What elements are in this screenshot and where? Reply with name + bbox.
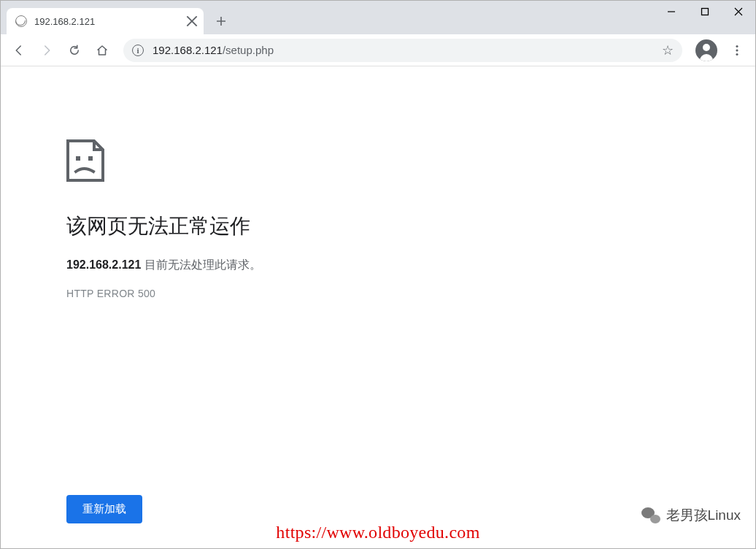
back-button[interactable] — [7, 38, 31, 63]
watermark-brand: 老男孩Linux — [641, 506, 741, 525]
kebab-menu-button[interactable] — [725, 38, 749, 63]
sad-page-icon — [66, 139, 453, 183]
maximize-button[interactable] — [688, 1, 722, 23]
site-info-icon[interactable]: i — [132, 45, 144, 56]
minimize-button[interactable] — [655, 1, 688, 23]
watermark-brand-text: 老男孩Linux — [666, 506, 741, 525]
bookmark-star-icon[interactable]: ☆ — [662, 42, 674, 58]
url-text: 192.168.2.121/setup.php — [153, 44, 653, 56]
address-bar[interactable]: i 192.168.2.121/setup.php ☆ — [123, 39, 682, 62]
window-titlebar: 192.168.2.121 — [1, 1, 755, 34]
svg-point-3 — [736, 53, 738, 55]
new-tab-button[interactable] — [211, 11, 231, 31]
svg-rect-0 — [702, 9, 709, 15]
window-close-button[interactable] — [722, 1, 755, 23]
reload-page-button[interactable]: 重新加载 — [66, 495, 142, 523]
window-controls — [655, 1, 755, 23]
error-code: HTTP ERROR 500 — [66, 288, 453, 299]
watermark-url: https://www.oldboyedu.com — [276, 523, 479, 542]
reload-button[interactable] — [62, 38, 87, 63]
home-button[interactable] — [90, 38, 115, 63]
svg-point-1 — [736, 45, 738, 47]
profile-avatar-button[interactable] — [695, 39, 717, 61]
wechat-icon — [641, 507, 660, 523]
globe-icon — [15, 15, 27, 27]
svg-rect-5 — [88, 156, 93, 161]
browser-tab[interactable]: 192.168.2.121 — [7, 8, 204, 34]
tab-close-button[interactable] — [186, 15, 198, 27]
browser-toolbar: i 192.168.2.121/setup.php ☆ — [1, 34, 755, 66]
url-host: 192.168.2.121 — [153, 44, 223, 56]
url-path: /setup.php — [223, 44, 274, 56]
error-message: 目前无法处理此请求。 — [141, 258, 261, 271]
error-host: 192.168.2.121 — [66, 258, 141, 271]
forward-button[interactable] — [34, 38, 59, 63]
tab-title: 192.168.2.121 — [34, 16, 186, 27]
error-subtitle: 192.168.2.121 目前无法处理此请求。 — [66, 258, 453, 273]
error-page: 该网页无法正常运作 192.168.2.121 目前无法处理此请求。 HTTP … — [1, 66, 453, 299]
error-title: 该网页无法正常运作 — [66, 212, 453, 240]
svg-point-2 — [736, 49, 738, 51]
svg-rect-4 — [76, 156, 80, 161]
